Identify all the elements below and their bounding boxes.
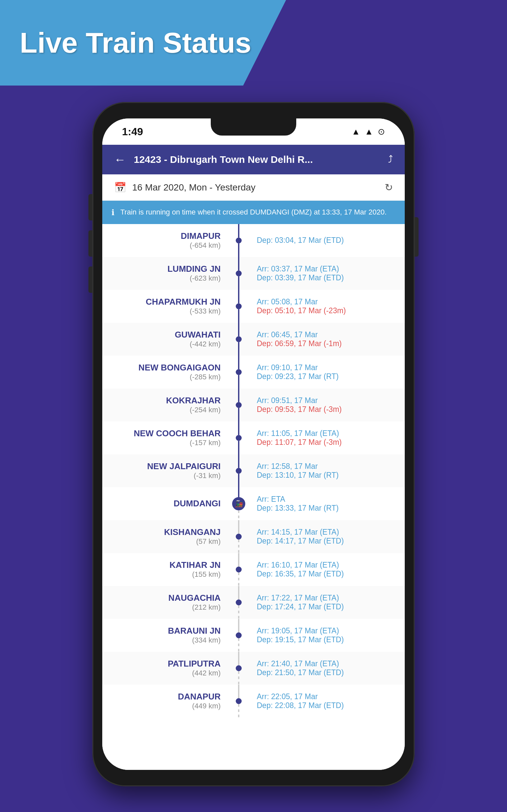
station-row: DANAPUR (449 km) Arr: 22:05, 17 Mar Dep:… (102, 685, 405, 718)
station-left: NEW COOCH BEHAR (-157 km) (102, 421, 227, 454)
timeline-line-bottom (238, 474, 239, 487)
station-name: NEW BONGAIGAON (138, 363, 221, 373)
banner-title: Live Train Status (20, 26, 251, 59)
station-distance: (334 km) (192, 636, 221, 645)
station-distance: (212 km) (192, 603, 221, 612)
station-row: NEW BONGAIGAON (-285 km) Arr: 09:10, 17 … (102, 356, 405, 389)
departure-time: Dep: 11:07, 17 Mar (-3m) (257, 438, 398, 447)
station-distance: (442 km) (192, 669, 221, 677)
station-dot (236, 468, 242, 474)
timeline-line-bottom (238, 408, 239, 421)
timeline (227, 421, 250, 454)
timeline-line-bottom (238, 441, 239, 454)
station-left: DIMAPUR (-654 km) (102, 224, 227, 257)
timeline-line-bottom (238, 276, 239, 290)
timeline-line-top (238, 356, 239, 369)
station-left: KATIHAR JN (155 km) (102, 553, 227, 586)
timeline-line-bottom (238, 309, 239, 323)
timeline-line-bottom (238, 342, 239, 356)
station-name: DUMDANGI (174, 499, 221, 509)
departure-time: Dep: 13:10, 17 Mar (RT) (257, 471, 398, 480)
station-left: PATLIPUTRA (442 km) (102, 652, 227, 685)
station-right: Arr: 05:08, 17 Mar Dep: 05:10, 17 Mar (-… (250, 290, 405, 323)
station-dot (236, 600, 242, 605)
departure-time: Dep: 14:17, 17 Mar (ETD) (257, 537, 398, 546)
arrival-time: Arr: 14:15, 17 Mar (ETA) (257, 528, 398, 537)
station-distance: (57 km) (196, 537, 221, 546)
timeline (227, 619, 250, 652)
timeline-line-top (238, 685, 239, 698)
station-left: KOKRAJHAR (-254 km) (102, 389, 227, 421)
station-dot (236, 336, 242, 342)
station-right: Dep: 03:04, 17 Mar (ETD) (250, 224, 405, 257)
departure-time: Dep: 19:15, 17 Mar (ETD) (257, 635, 398, 644)
station-dot (236, 303, 242, 309)
station-left: NAUGACHIA (212 km) (102, 586, 227, 619)
station-distance: (-442 km) (190, 340, 221, 348)
station-row: NAUGACHIA (212 km) Arr: 17:22, 17 Mar (E… (102, 586, 405, 619)
share-button[interactable]: ⤴ (388, 154, 393, 165)
station-right: Arr: 11:05, 17 Mar (ETA) Dep: 11:07, 17 … (250, 421, 405, 454)
station-name: KATIHAR JN (169, 560, 221, 570)
station-left: DANAPUR (449 km) (102, 685, 227, 718)
station-name: KISHANGANJ (164, 527, 221, 537)
timeline (227, 553, 250, 586)
arrival-time: Arr: 09:10, 17 Mar (257, 363, 398, 372)
timeline-line-top (238, 553, 239, 567)
timeline (227, 323, 250, 356)
station-right: Arr: 19:05, 17 Mar (ETA) Dep: 19:15, 17 … (250, 619, 405, 652)
app-header: ← 12423 - Dibrugarh Town New Delhi R... … (102, 145, 405, 174)
station-distance: (-31 km) (194, 471, 221, 480)
station-name: CHAPARMUKH JN (146, 297, 221, 307)
timeline (227, 356, 250, 389)
station-dot (236, 665, 242, 671)
station-distance: (-623 km) (190, 274, 221, 283)
station-row: KISHANGANJ (57 km) Arr: 14:15, 17 Mar (E… (102, 520, 405, 553)
timeline (227, 290, 250, 323)
back-button[interactable]: ← (114, 153, 126, 166)
departure-time: Dep: 21:50, 17 Mar (ETD) (257, 668, 398, 677)
info-text: Train is running on time when it crossed… (120, 207, 387, 217)
banner: Live Train Status (0, 0, 286, 86)
station-right: Arr: ETA Dep: 13:33, 17 Mar (RT) (250, 487, 405, 520)
station-row: DUMDANGI 🚂 Arr: ETA Dep: 13:33, 17 Mar (… (102, 487, 405, 520)
timeline (227, 454, 250, 487)
timeline-line-bottom (238, 375, 239, 389)
station-left: NEW JALPAIGURI (-31 km) (102, 454, 227, 487)
station-left: GUWAHATI (-442 km) (102, 323, 227, 356)
timeline-line-top (238, 421, 239, 435)
station-dot (236, 534, 242, 540)
timeline-line-bottom (238, 244, 239, 257)
departure-time: Dep: 16:35, 17 Mar (ETD) (257, 569, 398, 578)
station-row: NEW JALPAIGURI (-31 km) Arr: 12:58, 17 M… (102, 454, 405, 487)
station-distance: (449 km) (192, 702, 221, 710)
timeline-line-top (238, 520, 239, 534)
train-title: 12423 - Dibrugarh Town New Delhi R... (134, 154, 380, 165)
arrival-time: Arr: 21:40, 17 Mar (ETA) (257, 659, 398, 668)
timeline-line-top (238, 652, 239, 665)
station-name: GUWAHATI (175, 330, 221, 340)
timeline (227, 257, 250, 290)
station-row: LUMDING JN (-623 km) Arr: 03:37, 17 Mar … (102, 257, 405, 290)
refresh-icon[interactable]: ↻ (385, 182, 393, 193)
station-row: KOKRAJHAR (-254 km) Arr: 09:51, 17 Mar D… (102, 389, 405, 421)
station-left: NEW BONGAIGAON (-285 km) (102, 356, 227, 389)
station-distance: (-157 km) (190, 439, 221, 447)
station-row: CHAPARMUKH JN (-533 km) Arr: 05:08, 17 M… (102, 290, 405, 323)
station-name: DIMAPUR (181, 231, 221, 241)
timeline-line-bottom (238, 638, 239, 652)
station-row: DIMAPUR (-654 km) Dep: 03:04, 17 Mar (ET… (102, 224, 405, 257)
stations-list: DIMAPUR (-654 km) Dep: 03:04, 17 Mar (ET… (102, 224, 405, 770)
station-left: CHAPARMUKH JN (-533 km) (102, 290, 227, 323)
departure-time: Dep: 03:39, 17 Mar (ETD) (257, 273, 398, 282)
timeline-line-top (238, 389, 239, 402)
station-dot (236, 369, 242, 375)
timeline-line-top (238, 224, 239, 238)
station-dot (236, 567, 242, 572)
timeline (227, 224, 250, 257)
station-left: LUMDING JN (-623 km) (102, 257, 227, 290)
station-right: Arr: 06:45, 17 Mar Dep: 06:59, 17 Mar (-… (250, 323, 405, 356)
arrival-time: Arr: 06:45, 17 Mar (257, 330, 398, 339)
station-dot (236, 698, 242, 704)
departure-time: Dep: 22:08, 17 Mar (ETD) (257, 701, 398, 710)
